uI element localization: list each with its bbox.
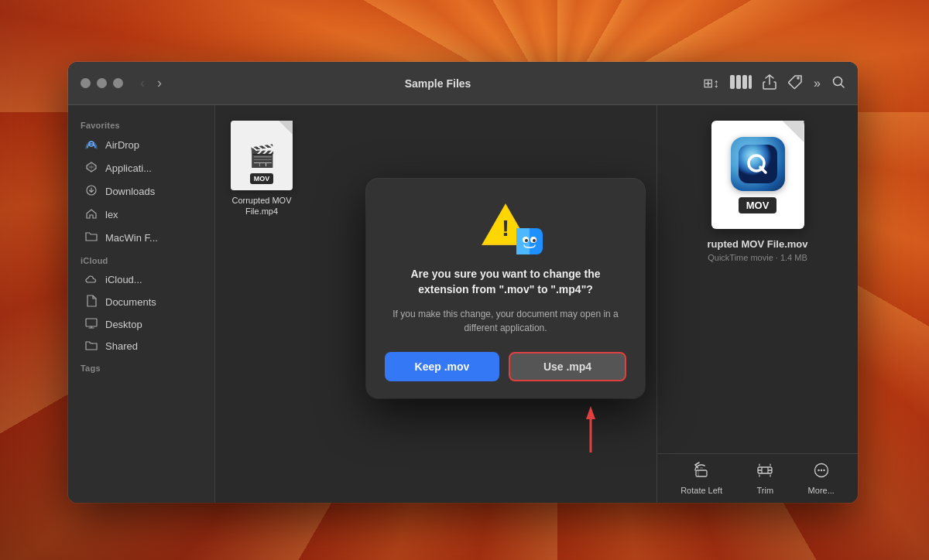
toolbar-right: ⊞↕ » [703, 74, 845, 93]
shared-icon [84, 340, 99, 353]
forward-button[interactable]: › [153, 73, 166, 93]
finder-badge-icon [516, 228, 543, 261]
close-button[interactable] [81, 78, 91, 88]
more-arrow-icon[interactable]: » [814, 77, 821, 90]
svg-rect-2 [742, 75, 747, 89]
tag-icon[interactable] [787, 74, 803, 93]
svg-rect-0 [730, 75, 735, 89]
traffic-lights [81, 78, 123, 88]
documents-icon [84, 295, 99, 309]
sidebar-item-documents-label: Documents [105, 296, 156, 308]
modal-title: Are you sure you want to change the exte… [385, 267, 626, 297]
minimize-button[interactable] [97, 78, 107, 88]
svg-rect-3 [749, 75, 752, 89]
applications-icon [84, 161, 99, 176]
sidebar-item-icloud-label: iCloud... [105, 274, 142, 285]
macwinf-icon [84, 230, 99, 245]
upward-arrow-svg [583, 402, 598, 456]
sidebar-item-downloads[interactable]: Downloads [71, 180, 211, 203]
sidebar-item-desktop-label: Desktop [105, 319, 142, 330]
svg-rect-1 [736, 75, 741, 89]
toolbar: ‹ › Sample Files ⊞↕ [68, 62, 858, 105]
svg-point-24 [525, 239, 528, 242]
sidebar-item-shared-label: Shared [105, 340, 138, 352]
maximize-button[interactable] [113, 78, 123, 88]
sidebar-item-lex-label: lex [105, 209, 118, 220]
lex-home-icon [84, 207, 99, 222]
airdrop-icon [84, 138, 99, 152]
sidebar-item-desktop[interactable]: Desktop [71, 314, 211, 335]
extension-change-dialog: ! [366, 179, 645, 398]
sidebar-item-macwinf-label: MacWin F... [105, 232, 158, 244]
modal-buttons: Keep .mov Use .mp4 [385, 352, 626, 381]
finder-window: ‹ › Sample Files ⊞↕ [68, 62, 858, 503]
sidebar-item-shared[interactable]: Shared [71, 336, 211, 357]
downloads-icon [84, 184, 99, 199]
sidebar-item-applications[interactable]: Applicati... [71, 157, 211, 179]
back-button[interactable]: ‹ [135, 73, 149, 93]
sidebar-item-applications-label: Applicati... [105, 162, 152, 174]
sidebar-item-documents[interactable]: Documents [71, 291, 211, 313]
view-grid-icon[interactable]: ⊞↕ [703, 76, 719, 90]
svg-point-25 [533, 239, 536, 242]
sidebar-item-macwinf[interactable]: MacWin F... [71, 227, 211, 249]
search-icon[interactable] [831, 75, 845, 92]
sidebar-item-downloads-label: Downloads [105, 186, 155, 197]
view-columns-icon[interactable] [730, 75, 752, 92]
sidebar: Favorites AirDrop [68, 105, 215, 503]
modal-overlay: ! [215, 105, 858, 503]
file-browser: 🎬 MOV Corrupted MOVFile.mp4 [215, 105, 858, 503]
icloud-label: iCloud [68, 250, 214, 268]
svg-text:!: ! [502, 215, 509, 241]
modal-description: If you make this change, your document m… [385, 307, 626, 335]
nav-buttons: ‹ › [135, 73, 166, 93]
favorites-label: Favorites [68, 114, 214, 133]
window-title: Sample Files [179, 77, 697, 90]
desktop-icon [84, 318, 99, 331]
tags-label: Tags [68, 357, 214, 376]
arrow-annotation [583, 402, 598, 456]
svg-rect-7 [86, 319, 97, 326]
share-icon[interactable] [763, 74, 776, 93]
sidebar-item-icloud[interactable]: iCloud... [71, 269, 211, 290]
modal-icon-area: ! [475, 200, 536, 254]
main-area: Favorites AirDrop [68, 105, 858, 503]
use-mp4-button[interactable]: Use .mp4 [509, 352, 626, 381]
icloud-icon [84, 273, 99, 286]
sidebar-item-airdrop[interactable]: AirDrop [71, 134, 211, 156]
sidebar-item-lex[interactable]: lex [71, 203, 211, 226]
keep-mov-button[interactable]: Keep .mov [385, 352, 499, 381]
sidebar-item-airdrop-label: AirDrop [105, 139, 139, 151]
